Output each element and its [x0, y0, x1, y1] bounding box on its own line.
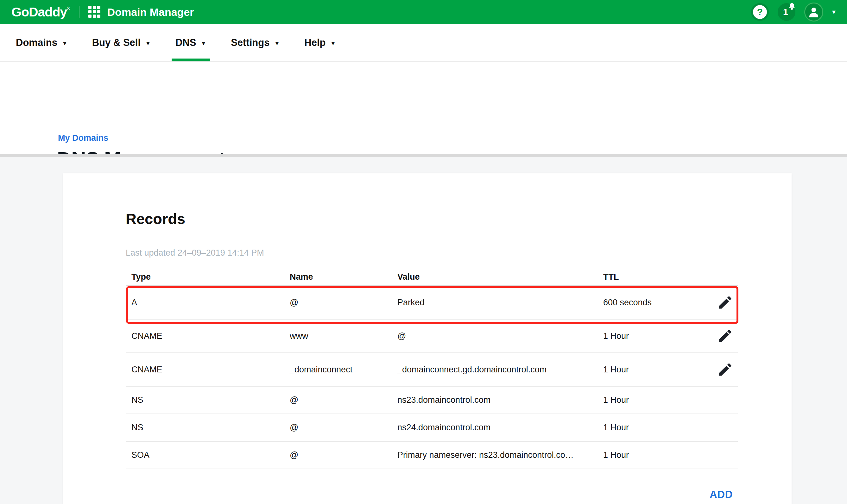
cell-ttl: 600 seconds — [598, 298, 712, 307]
cell-value: ns24.domaincontrol.com — [392, 423, 598, 432]
header-divider — [79, 6, 80, 18]
column-header-name: Name — [284, 272, 392, 282]
cell-value: @ — [392, 331, 598, 341]
records-card: Records Last updated 24–09–2019 14:14 PM… — [63, 174, 792, 504]
add-record-button[interactable]: ADD — [710, 488, 733, 501]
column-header-ttl: TTL — [598, 272, 712, 282]
table-row: A@Parked600 seconds — [126, 286, 738, 320]
cell-ttl: 1 Hour — [598, 423, 712, 432]
pencil-edit-icon — [717, 361, 733, 378]
nav-label: Buy & Sell — [92, 37, 141, 49]
app-title: Domain Manager — [107, 6, 194, 18]
user-avatar-icon — [808, 6, 820, 18]
account-avatar-button[interactable] — [804, 2, 823, 21]
cell-name: www — [284, 331, 392, 341]
table-header-row: Type Name Value TTL — [126, 268, 738, 286]
cell-value: _domainconnect.gd.domaincontrol.com — [392, 365, 598, 375]
nav-label: DNS — [175, 37, 196, 49]
table-body: A@Parked600 secondsCNAMEwww@1 HourCNAME_… — [126, 286, 738, 469]
cell-type: A — [126, 298, 284, 307]
chevron-down-icon: ▼ — [330, 39, 336, 47]
table-row: CNAMEwww@1 Hour — [126, 320, 738, 353]
account-chevron-down-icon[interactable]: ▾ — [832, 8, 835, 16]
chevron-down-icon: ▼ — [274, 39, 280, 47]
cell-type: SOA — [126, 450, 284, 460]
cell-type: NS — [126, 423, 284, 432]
column-header-type: Type — [126, 272, 284, 282]
pencil-edit-icon — [717, 328, 733, 344]
cell-name: _domainconnect — [284, 365, 392, 375]
nav-item-domains[interactable]: Domains ▼ — [16, 24, 68, 61]
nav-label: Settings — [231, 37, 270, 49]
dns-management-page: GoDaddy® Domain Manager ? 1 — [0, 0, 847, 504]
records-title: Records — [126, 210, 185, 228]
cell-value: Parked — [392, 298, 598, 307]
help-icon: ? — [753, 5, 767, 19]
page-header: My Domains DNS Management ZEDA.COM — [0, 62, 847, 154]
nav-item-dns[interactable]: DNS ▼ — [175, 24, 206, 61]
cell-ttl: 1 Hour — [598, 331, 712, 341]
top-bar: GoDaddy® Domain Manager ? 1 — [0, 0, 847, 24]
column-header-value: Value — [392, 272, 598, 282]
cell-ttl: 1 Hour — [598, 395, 712, 405]
notifications-button[interactable]: 1 — [778, 3, 795, 21]
help-button[interactable]: ? — [751, 3, 769, 21]
cell-name: @ — [284, 423, 392, 432]
table-row: SOA@Primary nameserver: ns23.domaincontr… — [126, 442, 738, 469]
cell-type: CNAME — [126, 365, 284, 375]
cell-value: ns23.domaincontrol.com — [392, 395, 598, 405]
cell-type: CNAME — [126, 331, 284, 341]
cell-value: Primary nameserver: ns23.domaincontrol.c… — [392, 450, 598, 460]
logo-text: GoDaddy — [12, 5, 67, 20]
chevron-down-icon: ▼ — [201, 39, 206, 47]
godaddy-logo[interactable]: GoDaddy® — [12, 5, 70, 20]
nav-label: Domains — [16, 37, 57, 49]
cell-ttl: 1 Hour — [598, 365, 712, 375]
section-divider — [0, 154, 847, 157]
cell-ttl: 1 Hour — [598, 450, 712, 460]
edit-record-button[interactable] — [717, 361, 733, 378]
cell-type: NS — [126, 395, 284, 405]
edit-record-button[interactable] — [717, 328, 733, 344]
last-updated-text: Last updated 24–09–2019 14:14 PM — [126, 248, 264, 258]
table-row: CNAME_domainconnect_domainconnect.gd.dom… — [126, 353, 738, 386]
nav-item-help[interactable]: Help ▼ — [304, 24, 336, 61]
registered-mark: ® — [67, 6, 70, 11]
table-row: NS@ns23.domaincontrol.com1 Hour — [126, 386, 738, 414]
nav-label: Help — [304, 37, 326, 49]
header-actions: ? 1 ▾ — [751, 2, 835, 21]
cell-name: @ — [284, 298, 392, 307]
waffle-grid-icon[interactable] — [88, 6, 101, 18]
pencil-edit-icon — [717, 294, 733, 311]
dns-records-table: Type Name Value TTL A@Parked600 secondsC… — [126, 268, 738, 469]
chevron-down-icon: ▼ — [145, 39, 151, 47]
table-row: NS@ns24.domaincontrol.com1 Hour — [126, 414, 738, 442]
cell-name: @ — [284, 450, 392, 460]
cell-name: @ — [284, 395, 392, 405]
notification-bell-icon — [787, 2, 797, 12]
chevron-down-icon: ▼ — [62, 39, 68, 47]
edit-record-button[interactable] — [717, 294, 733, 311]
nav-item-settings[interactable]: Settings ▼ — [231, 24, 280, 61]
breadcrumb-my-domains[interactable]: My Domains — [58, 133, 108, 143]
nav-item-buy-sell[interactable]: Buy & Sell ▼ — [92, 24, 151, 61]
main-nav: Domains ▼ Buy & Sell ▼ DNS ▼ Settings ▼ … — [0, 24, 847, 62]
